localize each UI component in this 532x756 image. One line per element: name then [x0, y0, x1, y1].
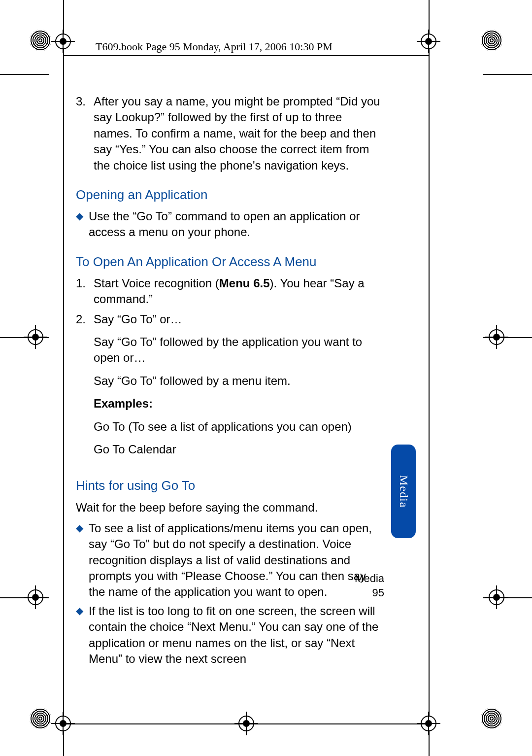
- crop-target-icon: [421, 34, 436, 49]
- example-line: Go To (To see a list of applications you…: [94, 419, 381, 435]
- bullet-item: ◆ If the list is too long to fit on one …: [76, 603, 381, 667]
- frame-top-right-short: [483, 74, 532, 75]
- example-line: Go To Calendar: [94, 442, 381, 457]
- step-sub-line: Say “Go To” or…: [94, 311, 381, 327]
- diamond-bullet-icon: ◆: [76, 520, 89, 600]
- chapter-side-tab: Media: [391, 445, 416, 538]
- chapter-side-tab-label: Media: [397, 475, 410, 508]
- step-text: Start Voice recognition (Menu 6.5). You …: [94, 275, 381, 308]
- step-text-pre: Start Voice recognition (: [94, 276, 219, 290]
- step-text: After you say a name, you might be promp…: [94, 94, 381, 173]
- section-heading: To Open An Application Or Access A Menu: [76, 253, 381, 271]
- step-sub-line: Say “Go To” followed by a menu item.: [94, 373, 381, 389]
- step-sub-line: Say “Go To” followed by the application …: [94, 334, 381, 366]
- frame-left-line: [63, 0, 64, 756]
- hints-intro-text: Wait for the beep before saying the comm…: [76, 500, 381, 515]
- numbered-step: 2. Say “Go To” or… Say “Go To” followed …: [76, 311, 381, 465]
- step-text: Say “Go To” or… Say “Go To” followed by …: [94, 311, 381, 465]
- numbered-step: 3. After you say a name, you might be pr…: [76, 94, 381, 173]
- page-footer: Media 95: [355, 572, 384, 600]
- registration-mark-icon: [30, 30, 51, 51]
- frame-right-line: [429, 0, 430, 756]
- section-heading: Opening an Application: [76, 186, 381, 204]
- frame-top-left-short: [0, 74, 49, 75]
- frame-low-right-short: [483, 597, 532, 598]
- numbered-step: 1. Start Voice recognition (Menu 6.5). Y…: [76, 275, 381, 308]
- frame-mid-right-short: [483, 337, 532, 338]
- frame-low-left-short: [0, 597, 49, 598]
- registration-mark-icon: [30, 708, 51, 729]
- page-header-text: T609.book Page 95 Monday, April 17, 2006…: [96, 40, 332, 53]
- examples-label: Examples:: [94, 396, 381, 412]
- step-number: 2.: [76, 311, 94, 465]
- diamond-bullet-icon: ◆: [76, 208, 89, 241]
- footer-page-number: 95: [355, 586, 384, 600]
- step-number: 1.: [76, 275, 94, 308]
- registration-mark-icon: [481, 708, 502, 729]
- frame-bottom-rule: [63, 723, 429, 724]
- section-heading: Hints for using Go To: [76, 477, 381, 494]
- diamond-bullet-icon: ◆: [76, 603, 89, 667]
- page-content: 3. After you say a name, you might be pr…: [76, 94, 381, 670]
- frame-mid-left-short: [0, 337, 49, 338]
- frame-header-rule: [63, 55, 429, 56]
- bullet-text: To see a list of applications/menu items…: [89, 520, 381, 600]
- registration-mark-icon: [481, 30, 502, 51]
- bullet-item: ◆ Use the “Go To” command to open an app…: [76, 208, 381, 241]
- step-number: 3.: [76, 94, 94, 173]
- bullet-item: ◆ To see a list of applications/menu ite…: [76, 520, 381, 600]
- crop-target-icon: [55, 34, 71, 49]
- menu-reference-bold: Menu 6.5: [219, 276, 270, 290]
- bullet-text: Use the “Go To” command to open an appli…: [89, 208, 381, 241]
- bullet-text: If the list is too long to fit on one sc…: [89, 603, 381, 667]
- footer-section-name: Media: [355, 572, 384, 586]
